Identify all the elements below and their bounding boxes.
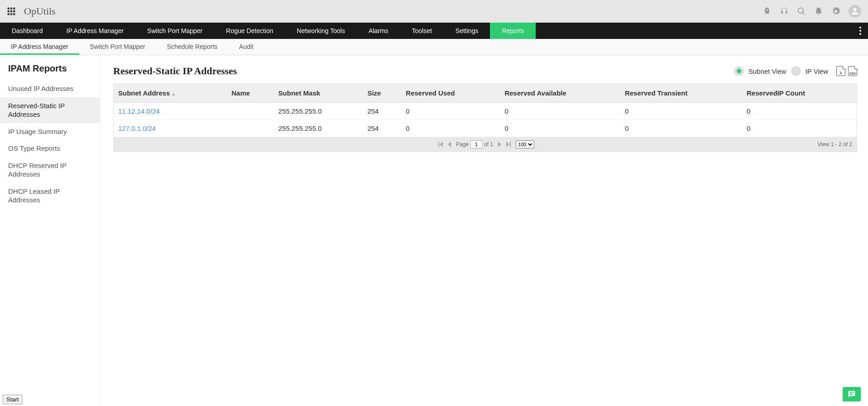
layout: IPAM Reports Unused IP Addresses Reserve… <box>0 55 868 406</box>
nav-settings[interactable]: Settings <box>444 23 490 39</box>
pager-next-icon[interactable] <box>496 141 503 148</box>
col-subnet-address-label: Subnet Address <box>118 89 170 97</box>
nav-rogue-detection[interactable]: Rogue Detection <box>214 23 285 39</box>
nav-toolset[interactable]: Toolset <box>400 23 444 39</box>
sidebar-item-ip-usage[interactable]: IP Usage Summary <box>0 123 100 140</box>
col-size[interactable]: Size <box>363 84 401 103</box>
svg-rect-8 <box>13 13 15 15</box>
nav-dashboard[interactable]: Dashboard <box>0 23 55 39</box>
apps-grid-icon[interactable] <box>7 7 16 16</box>
cell-mask: 255.255.255.0 <box>274 120 363 137</box>
cell-count: 0 <box>742 120 857 137</box>
subnav-audit[interactable]: Audit <box>228 38 264 55</box>
col-reservedip-count[interactable]: ReservedIP Count <box>742 84 857 103</box>
sidebar-item-os-type[interactable]: OS Type Reports <box>0 140 100 157</box>
svg-rect-0 <box>8 8 10 10</box>
cell-trans: 0 <box>620 120 742 137</box>
table-row: 127.0.1.0/24 255.255.255.0 254 0 0 0 0 <box>114 120 857 137</box>
nav-alarms[interactable]: Alarms <box>357 23 400 39</box>
cell-avail: 0 <box>500 103 620 120</box>
pager-size-select[interactable]: 100 <box>516 140 534 148</box>
table-row: 11.12.14.0/24 255.255.255.0 254 0 0 0 0 <box>114 103 857 120</box>
cell-mask: 255.255.255.0 <box>274 103 363 120</box>
sort-asc-icon: ▲ <box>171 91 176 96</box>
pager-prev-icon[interactable] <box>446 141 453 148</box>
nav-networking-tools[interactable]: Networking Tools <box>285 23 357 39</box>
pager-view-info: View 1 - 2 of 2 <box>818 141 853 148</box>
headset-icon[interactable] <box>780 7 789 16</box>
cell-size: 254 <box>363 103 401 120</box>
cell-trans: 0 <box>620 103 742 120</box>
subnet-link[interactable]: 127.0.1.0/24 <box>118 124 156 132</box>
page-header: Reserved-Static IP Addresses Subnet View… <box>113 65 857 77</box>
start-button[interactable]: Start <box>3 395 22 404</box>
sidebar-item-reserved-static[interactable]: Reserved-Static IP Addresses <box>0 97 100 123</box>
header-actions <box>762 5 861 18</box>
sidebar-title: IPAM Reports <box>0 63 100 80</box>
subnet-link[interactable]: 11.12.14.0/24 <box>118 107 160 115</box>
main-nav: Dashboard IP Address Manager Switch Port… <box>0 23 868 39</box>
table-header-row: Subnet Address▲ Name Subnet Mask Size Re… <box>114 84 857 103</box>
main-content: Reserved-Static IP Addresses Subnet View… <box>101 55 868 406</box>
subnet-view-radio[interactable] <box>734 66 744 76</box>
view-toggle: Subnet View IP View λ CSV <box>734 66 857 76</box>
col-subnet-address[interactable]: Subnet Address▲ <box>114 84 227 103</box>
col-name[interactable]: Name <box>227 84 273 103</box>
cell-used: 0 <box>401 103 500 120</box>
sidebar-item-unused-ip[interactable]: Unused IP Addresses <box>0 80 100 97</box>
ip-view-label: IP View <box>806 67 828 75</box>
gear-icon[interactable] <box>831 7 840 16</box>
svg-rect-3 <box>8 10 10 12</box>
nav-reports[interactable]: Reports <box>490 23 536 39</box>
user-avatar[interactable] <box>849 5 861 18</box>
svg-point-11 <box>859 33 861 35</box>
subnav-switch-port-mapper[interactable]: Switch Port Mapper <box>79 38 156 55</box>
svg-rect-1 <box>10 8 12 10</box>
col-reserved-available[interactable]: Reserved Available <box>500 84 620 103</box>
top-header: OpUtils <box>0 0 868 23</box>
sub-nav: IP Address Manager Switch Port Mapper Sc… <box>0 39 868 55</box>
cell-count: 0 <box>742 103 857 120</box>
cell-used: 0 <box>401 120 500 137</box>
data-table: Subnet Address▲ Name Subnet Mask Size Re… <box>113 83 857 152</box>
col-subnet-mask[interactable]: Subnet Mask <box>274 84 363 103</box>
cell-size: 254 <box>363 120 401 137</box>
svg-point-10 <box>859 30 861 32</box>
pager-page-input[interactable] <box>470 140 482 148</box>
export-csv-icon[interactable]: CSV <box>848 66 857 76</box>
pager: Page of 1 100 View 1 - 2 of 2 <box>114 137 857 152</box>
nav-more-icon[interactable] <box>853 23 868 39</box>
svg-rect-4 <box>10 10 12 12</box>
export-pdf-icon[interactable]: λ <box>836 66 845 76</box>
sidebar-item-dhcp-reserved[interactable]: DHCP Reserved IP Addresses <box>0 157 100 183</box>
app-title: OpUtils <box>24 5 56 17</box>
subnav-schedule-reports[interactable]: Schedule Reports <box>156 38 228 55</box>
pager-of-label: of 1 <box>484 141 493 148</box>
ip-view-radio[interactable] <box>791 66 801 76</box>
search-icon[interactable] <box>797 7 806 16</box>
bell-icon[interactable] <box>814 7 823 16</box>
svg-rect-7 <box>10 13 12 15</box>
cell-avail: 0 <box>500 120 620 137</box>
subnav-ip-address-manager[interactable]: IP Address Manager <box>0 38 79 55</box>
rocket-icon[interactable] <box>762 7 772 16</box>
page-title: Reserved-Static IP Addresses <box>113 65 237 77</box>
cell-name <box>227 120 273 137</box>
chat-button[interactable] <box>843 387 861 401</box>
col-reserved-transient[interactable]: Reserved Transient <box>620 84 742 103</box>
nav-ip-address-manager[interactable]: IP Address Manager <box>55 23 136 39</box>
cell-name <box>227 103 273 120</box>
sidebar: IPAM Reports Unused IP Addresses Reserve… <box>0 55 101 406</box>
subnet-view-label: Subnet View <box>748 67 786 75</box>
pager-page-label: Page <box>456 141 469 148</box>
svg-rect-5 <box>13 10 15 12</box>
svg-rect-2 <box>13 8 15 10</box>
sidebar-item-dhcp-leased[interactable]: DHCP Leased IP Addresses <box>0 183 100 209</box>
pager-first-icon[interactable] <box>437 141 444 148</box>
svg-rect-6 <box>8 13 10 15</box>
svg-point-9 <box>859 27 861 29</box>
nav-switch-port-mapper[interactable]: Switch Port Mapper <box>135 23 214 39</box>
pager-last-icon[interactable] <box>505 141 512 148</box>
col-reserved-used[interactable]: Reserved Used <box>401 84 500 103</box>
